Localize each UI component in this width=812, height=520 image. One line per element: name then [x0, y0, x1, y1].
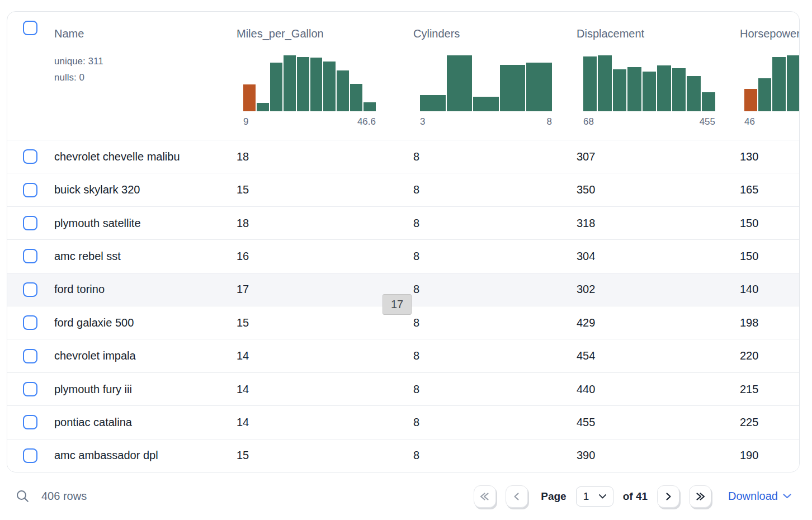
- histogram-min-label: 68: [583, 116, 594, 127]
- column-stat-line: unique: 311: [54, 53, 237, 69]
- chevron-left-icon: [512, 491, 522, 502]
- cell-disp: 318: [577, 217, 740, 230]
- cell-hp: 198: [740, 316, 799, 329]
- row-checkbox[interactable]: [23, 448, 37, 463]
- table-row[interactable]: plymouth satellite188318150: [7, 207, 799, 240]
- cell-disp: 429: [577, 316, 740, 329]
- histogram-max-label: 455: [700, 116, 715, 127]
- histogram-bar: [284, 55, 296, 111]
- histogram-bar: [598, 55, 611, 111]
- histogram-bar: [672, 68, 686, 111]
- histogram-bar: [526, 63, 552, 111]
- column-header-cell-mpg: Miles_per_Gallon946.6: [237, 12, 413, 140]
- data-table-card: Nameunique: 311nulls: 0Miles_per_Gallon9…: [7, 11, 800, 472]
- cell-cyl: 8: [413, 416, 577, 429]
- histogram-bar: [758, 78, 771, 111]
- row-checkbox[interactable]: [23, 249, 37, 263]
- column-header-cyl[interactable]: Cylinders: [413, 26, 577, 41]
- row-checkbox[interactable]: [23, 183, 37, 197]
- cell-mpg: 15: [237, 183, 413, 196]
- chevrons-left-icon: [480, 491, 490, 502]
- disp-histogram[interactable]: [583, 55, 715, 111]
- table-row[interactable]: amc rebel sst168304150: [7, 240, 799, 273]
- page-total-label: of 41: [623, 490, 648, 503]
- table-row[interactable]: buick skylark 320158350165: [7, 173, 799, 206]
- first-page-button[interactable]: [474, 485, 496, 508]
- cell-mpg: 15: [237, 316, 413, 329]
- histogram-min-label: 3: [420, 116, 425, 127]
- column-header-cell-name: Nameunique: 311nulls: 0: [54, 12, 237, 140]
- search-icon[interactable]: [16, 489, 30, 503]
- histogram-bar: [657, 65, 671, 111]
- row-checkbox[interactable]: [23, 382, 37, 396]
- select-all-checkbox[interactable]: [23, 21, 37, 35]
- next-page-button[interactable]: [657, 485, 679, 508]
- histogram-bar: [744, 89, 757, 111]
- table-row[interactable]: plymouth fury iii148440215: [7, 373, 799, 406]
- histogram-bar: [583, 56, 597, 111]
- pagination: Page 1 of 41 Download: [474, 485, 791, 508]
- mpg-histogram[interactable]: [243, 55, 376, 111]
- histogram-bar: [473, 97, 499, 111]
- column-header-mpg[interactable]: Miles_per_Gallon: [237, 26, 413, 41]
- histogram-bar: [243, 84, 256, 111]
- histogram-bar: [702, 92, 715, 111]
- column-header-name[interactable]: Name: [54, 26, 237, 41]
- cell-disp: 390: [577, 449, 740, 462]
- row-checkbox-cell: [7, 349, 54, 363]
- cell-name: buick skylark 320: [54, 183, 237, 196]
- cell-disp: 302: [577, 283, 740, 296]
- row-checkbox-cell: [7, 183, 54, 197]
- histogram-bar: [447, 55, 473, 111]
- cell-mpg: 14: [237, 416, 413, 429]
- table-row[interactable]: chevrolet chevelle malibu188307130: [7, 140, 799, 173]
- cell-hp: 215: [740, 383, 799, 396]
- row-checkbox[interactable]: [23, 149, 37, 164]
- cell-name: chevrolet impala: [54, 349, 237, 362]
- table-row[interactable]: amc ambassador dpl158390190: [7, 439, 799, 472]
- cell-cyl: 8: [413, 449, 577, 462]
- histogram-bar: [323, 62, 336, 111]
- hp-histogram-labels: 46: [744, 116, 800, 127]
- histogram-bar: [310, 58, 323, 111]
- histogram-bar: [270, 63, 282, 111]
- cell-disp: 455: [577, 416, 740, 429]
- row-checkbox[interactable]: [23, 216, 37, 230]
- histogram-bar: [772, 57, 785, 111]
- cell-mpg: 18: [237, 217, 413, 230]
- value-tooltip: 17: [383, 294, 412, 315]
- page-select[interactable]: 1: [576, 486, 613, 507]
- download-label: Download: [728, 490, 778, 503]
- row-checkbox[interactable]: [23, 349, 37, 363]
- histogram-bar: [297, 57, 309, 111]
- prev-page-button[interactable]: [506, 485, 528, 508]
- row-checkbox[interactable]: [23, 315, 37, 330]
- table-row[interactable]: chevrolet impala148454220: [7, 339, 799, 372]
- row-checkbox[interactable]: [23, 415, 37, 429]
- cell-name: ford torino: [54, 283, 237, 296]
- table-row[interactable]: pontiac catalina148455225: [7, 406, 799, 439]
- last-page-button[interactable]: [689, 485, 711, 508]
- column-header-cell-cyl: Cylinders38: [413, 12, 577, 140]
- histogram-bar: [337, 70, 349, 111]
- cell-name: chevrolet chevelle malibu: [54, 150, 237, 163]
- column-header-hp[interactable]: Horsepower: [740, 26, 799, 41]
- cell-disp: 350: [577, 183, 740, 196]
- cell-hp: 150: [740, 250, 799, 263]
- disp-histogram-labels: 68455: [583, 116, 715, 127]
- histogram-bar: [787, 55, 800, 111]
- histogram-max-label: 8: [547, 116, 552, 127]
- row-checkbox-cell: [7, 149, 54, 164]
- row-checkbox[interactable]: [23, 282, 37, 297]
- hp-histogram[interactable]: [744, 55, 800, 111]
- footer-left: 406 rows: [16, 489, 87, 503]
- row-checkbox-cell: [7, 216, 54, 230]
- column-header-disp[interactable]: Displacement: [577, 26, 740, 41]
- row-checkbox-cell: [7, 282, 54, 297]
- histogram-bar: [613, 69, 626, 111]
- column-header-cell-disp: Displacement68455: [577, 12, 740, 140]
- download-button[interactable]: Download: [728, 490, 791, 503]
- cell-mpg: 16: [237, 250, 413, 263]
- cyl-histogram[interactable]: [420, 55, 552, 111]
- cell-mpg: 18: [237, 150, 413, 163]
